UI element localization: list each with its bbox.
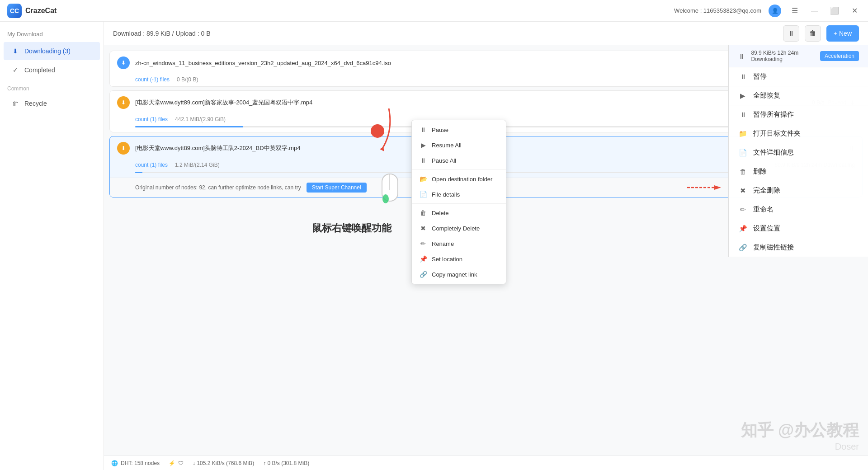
location-icon: 📌 bbox=[419, 255, 427, 263]
right-annotation-panel: ⏸ 89.9 KiB/s 12h 24m Downloading Acceler… bbox=[728, 45, 868, 257]
rp-item-file-detail[interactable]: 📄 文件详细信息 bbox=[729, 143, 868, 162]
ctx-resume-label: Resume All bbox=[432, 142, 462, 149]
rp-open-folder-label: 打开目标文件夹 bbox=[753, 129, 801, 138]
ctx-delete[interactable]: 🗑 Delete bbox=[412, 205, 506, 221]
file-size: 1.2 MiB/(2.14 GiB) bbox=[175, 162, 220, 168]
ctx-resume-all[interactable]: ▶ Resume All bbox=[412, 137, 506, 153]
dht-text: DHT: 158 nodes bbox=[121, 460, 160, 466]
rp-resume-label: 全部恢复 bbox=[753, 91, 780, 100]
completely-delete-icon: ✖ bbox=[419, 225, 427, 232]
rp-delete-label: 删除 bbox=[753, 167, 767, 176]
toolbar: Download : 89.9 KiB / Upload : 0 B ⏸ 🗑 +… bbox=[104, 22, 868, 45]
pause-icon: ⏸ bbox=[419, 126, 427, 133]
count-link[interactable]: count (-1) files bbox=[135, 76, 170, 83]
app-name: CrazeCat bbox=[25, 7, 57, 15]
rp-rename-icon: ✏ bbox=[738, 206, 748, 214]
minimize-button[interactable]: — bbox=[808, 5, 821, 17]
ctx-file-details-label: File details bbox=[432, 191, 460, 198]
network-icon-item: ⚡ 🛡 bbox=[169, 460, 184, 466]
shield-icon: 🛡 bbox=[178, 460, 184, 466]
rp-file-icon: 📄 bbox=[738, 149, 748, 157]
statusbar: 🌐 DHT: 158 nodes ⚡ 🛡 ↓ 105.2 KiB/s (768.… bbox=[104, 456, 868, 470]
user-avatar[interactable]: 👤 bbox=[769, 5, 781, 17]
titlebar: CC CrazeCat Welcome : 1165353823@qq.com … bbox=[0, 0, 868, 22]
rp-item-pause[interactable]: ⏸ 暂停 bbox=[729, 67, 868, 86]
download-icon: ⬇ bbox=[117, 56, 130, 69]
dht-icon: 🌐 bbox=[111, 460, 118, 466]
ctx-pause[interactable]: ⏸ Pause bbox=[412, 122, 506, 137]
new-download-button[interactable]: + New bbox=[826, 25, 859, 42]
acceleration-button[interactable]: Acceleration bbox=[820, 51, 859, 61]
rp-accel-icon: ⏸ bbox=[738, 52, 745, 60]
file-size: 0 B/(0 B) bbox=[177, 76, 198, 83]
rp-item-copy-magnet[interactable]: 🔗 复制磁性链接 bbox=[729, 238, 868, 257]
delete-button[interactable]: 🗑 bbox=[805, 25, 821, 42]
sidebar-item-downloading[interactable]: ⬇ Downloading (3) bbox=[4, 42, 100, 60]
close-button[interactable]: ✕ bbox=[848, 5, 861, 17]
pause-all-icon: ⏸ bbox=[419, 157, 427, 164]
folder-icon: 📂 bbox=[419, 175, 427, 183]
rp-item-pause-all[interactable]: ⏸ 暂停所有操作 bbox=[729, 105, 868, 124]
play-icon: ▶ bbox=[419, 141, 427, 149]
rp-play-icon: ▶ bbox=[738, 92, 748, 100]
rp-accel-speed: 89.9 KiB/s 12h 24m Downloading bbox=[751, 50, 815, 62]
sidebar-item-recycle[interactable]: 🗑 Recycle bbox=[4, 94, 100, 113]
file-icon: 📄 bbox=[419, 191, 427, 198]
rp-delete-icon: 🗑 bbox=[738, 168, 748, 175]
ctx-pause-all-label: Pause All bbox=[432, 157, 456, 164]
rp-item-delete[interactable]: 🗑 删除 bbox=[729, 162, 868, 181]
delete-icon: 🗑 bbox=[419, 209, 427, 216]
speed-down-text: ↓ 105.2 KiB/s (768.6 MiB) bbox=[193, 460, 254, 466]
common-label: Common bbox=[0, 80, 104, 94]
rp-location-icon: 📌 bbox=[738, 225, 748, 233]
progress-bar bbox=[135, 172, 142, 173]
sidebar-item-completed[interactable]: ✓ Completed bbox=[4, 61, 100, 79]
ctx-completely-delete[interactable]: ✖ Completely Delete bbox=[412, 221, 506, 236]
rp-pause-all-label: 暂停所有操作 bbox=[753, 110, 794, 119]
rp-item-completely-delete[interactable]: ✖ 完全删除 bbox=[729, 181, 868, 200]
ctx-completely-delete-label: Completely Delete bbox=[432, 225, 480, 232]
ctx-set-location-label: Set location bbox=[432, 256, 462, 263]
rp-completely-delete-icon: ✖ bbox=[738, 187, 748, 195]
super-channel-button[interactable]: Start Super Channel bbox=[307, 183, 367, 193]
rp-item-open-folder[interactable]: 📁 打开目标文件夹 bbox=[729, 124, 868, 143]
ctx-delete-label: Delete bbox=[432, 210, 449, 216]
download-icon-yellow: ⬇ bbox=[117, 96, 130, 109]
pause-all-button[interactable]: ⏸ bbox=[783, 25, 799, 42]
ctx-divider2 bbox=[412, 203, 506, 204]
stats-text: Download : 89.9 KiB / Upload : 0 B bbox=[113, 30, 778, 37]
rp-item-resume-all[interactable]: ▶ 全部恢复 bbox=[729, 86, 868, 105]
count-link[interactable]: count (1) files bbox=[135, 162, 168, 168]
ctx-file-details[interactable]: 📄 File details bbox=[412, 187, 506, 202]
download-icon-active: ⬇ bbox=[117, 142, 130, 155]
rp-item-set-location[interactable]: 📌 设置位置 bbox=[729, 219, 868, 238]
rp-pause-icon: ⏸ bbox=[738, 73, 748, 80]
ctx-rename[interactable]: ✏ Rename bbox=[412, 236, 506, 251]
rp-item-rename[interactable]: ✏ 重命名 bbox=[729, 200, 868, 219]
rp-file-detail-label: 文件详细信息 bbox=[753, 148, 794, 157]
my-download-label: My Download bbox=[0, 27, 104, 41]
ctx-set-location[interactable]: 📌 Set location bbox=[412, 251, 506, 267]
ctx-pause-all[interactable]: ⏸ Pause All bbox=[412, 153, 506, 168]
rp-set-location-label: 设置位置 bbox=[753, 224, 780, 233]
completed-icon: ✓ bbox=[11, 66, 20, 75]
progress-bar bbox=[135, 126, 243, 127]
welcome-text: Welcome : 1165353823@qq.com bbox=[674, 7, 761, 14]
download-icon: ⬇ bbox=[11, 47, 20, 56]
speed-up-text: ↑ 0 B/s (301.8 MiB) bbox=[263, 460, 309, 466]
sidebar-completed-label: Completed bbox=[24, 66, 55, 74]
speed-down-status: ↓ 105.2 KiB/s (768.6 MiB) bbox=[193, 460, 254, 466]
menu-button[interactable]: ☰ bbox=[788, 5, 801, 17]
magnet-icon: 🔗 bbox=[419, 271, 427, 278]
rp-item-accel: ⏸ 89.9 KiB/s 12h 24m Downloading Acceler… bbox=[729, 45, 868, 67]
count-link[interactable]: count (1) files bbox=[135, 116, 168, 122]
ctx-open-folder[interactable]: 📂 Open destination folder bbox=[412, 171, 506, 187]
ctx-divider bbox=[412, 169, 506, 170]
sidebar: My Download ⬇ Downloading (3) ✓ Complete… bbox=[0, 22, 104, 470]
filename: zh-cn_windows_11_business_editions_versi… bbox=[135, 60, 769, 66]
ctx-copy-magnet[interactable]: 🔗 Copy magnet link bbox=[412, 267, 506, 282]
speed-up-status: ↑ 0 B/s (301.8 MiB) bbox=[263, 460, 309, 466]
titlebar-right: Welcome : 1165353823@qq.com 👤 ☰ — ⬜ ✕ bbox=[674, 5, 861, 17]
ctx-rename-label: Rename bbox=[432, 240, 454, 247]
maximize-button[interactable]: ⬜ bbox=[828, 5, 841, 17]
